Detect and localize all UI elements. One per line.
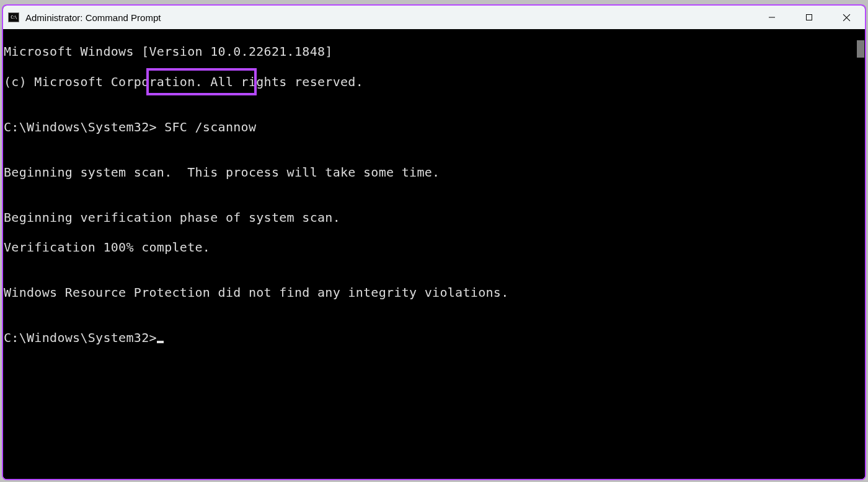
output-line: Microsoft Windows [Version 10.0.22621.18… bbox=[4, 44, 855, 59]
prompt-path: C:\Windows\System32> bbox=[4, 330, 157, 345]
content-area: Microsoft Windows [Version 10.0.22621.18… bbox=[3, 29, 865, 479]
command-prompt-window: C:\ Administrator: Command Prompt Micros… bbox=[2, 4, 866, 480]
titlebar[interactable]: C:\ Administrator: Command Prompt bbox=[3, 6, 865, 29]
vertical-scrollbar[interactable] bbox=[855, 29, 865, 479]
maximize-icon bbox=[805, 14, 813, 21]
output-line: Beginning system scan. This process will… bbox=[4, 165, 855, 180]
svg-rect-1 bbox=[807, 15, 812, 20]
prompt-line: C:\Windows\System32> bbox=[4, 330, 855, 345]
window-controls bbox=[753, 6, 865, 29]
maximize-button[interactable] bbox=[790, 6, 828, 29]
output-line: Windows Resource Protection did not find… bbox=[4, 285, 855, 300]
prompt-path: C:\Windows\System32> bbox=[4, 120, 157, 134]
cmd-icon: C:\ bbox=[8, 12, 19, 22]
command-text: SFC /scannow bbox=[157, 120, 264, 134]
window-title: Administrator: Command Prompt bbox=[25, 12, 161, 23]
cursor bbox=[157, 341, 164, 343]
close-icon bbox=[843, 14, 851, 22]
scrollbar-thumb[interactable] bbox=[857, 40, 864, 58]
minimize-button[interactable] bbox=[753, 6, 790, 29]
output-line: Verification 100% complete. bbox=[4, 240, 855, 255]
output-line: Beginning verification phase of system s… bbox=[4, 210, 855, 225]
prompt-line: C:\Windows\System32> SFC /scannow bbox=[4, 120, 855, 134]
close-button[interactable] bbox=[828, 6, 865, 29]
output-line: (c) Microsoft Corporation. All rights re… bbox=[4, 74, 855, 89]
terminal-output[interactable]: Microsoft Windows [Version 10.0.22621.18… bbox=[3, 29, 855, 479]
minimize-icon bbox=[768, 14, 776, 21]
